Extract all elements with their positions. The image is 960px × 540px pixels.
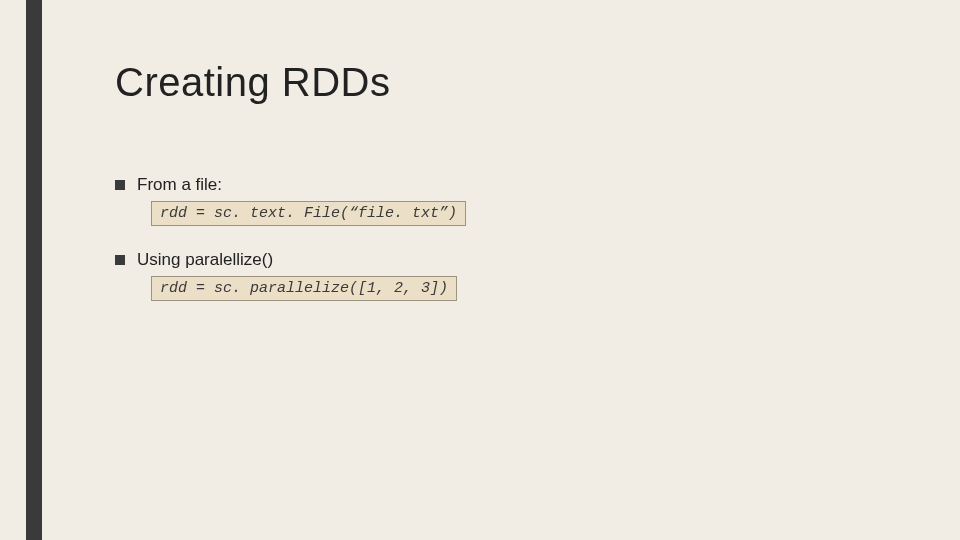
code-snippet: rdd = sc. parallelize([1, 2, 3]) bbox=[151, 276, 457, 301]
bullet-label: Using paralellize() bbox=[137, 250, 273, 270]
bullet-item: From a file: rdd = sc. text. File(“file.… bbox=[115, 175, 900, 240]
slide-title: Creating RDDs bbox=[115, 60, 900, 105]
square-bullet-icon bbox=[115, 255, 125, 265]
slide-content: Creating RDDs From a file: rdd = sc. tex… bbox=[115, 60, 900, 325]
accent-left-bar bbox=[26, 0, 42, 540]
bullet-label: From a file: bbox=[137, 175, 222, 195]
bullet-line: Using paralellize() bbox=[115, 250, 900, 270]
code-snippet: rdd = sc. text. File(“file. txt”) bbox=[151, 201, 466, 226]
bullet-line: From a file: bbox=[115, 175, 900, 195]
bullet-item: Using paralellize() rdd = sc. paralleliz… bbox=[115, 250, 900, 315]
square-bullet-icon bbox=[115, 180, 125, 190]
